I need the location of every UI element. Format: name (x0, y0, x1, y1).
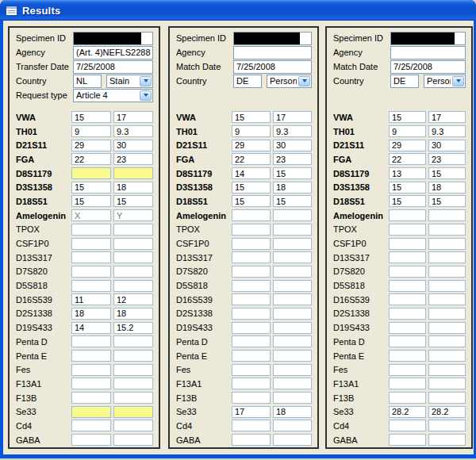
allele-cell-f13b-2[interactable] (113, 392, 153, 404)
allele-cell-fga-2[interactable]: 23 (273, 153, 312, 165)
allele-cell-d3s1358-1[interactable]: 15 (71, 182, 111, 194)
allele-cell-d13s317-2[interactable] (428, 251, 466, 263)
allele-cell-penta-e-2[interactable] (113, 350, 153, 362)
allele-cell-d7s820-1[interactable] (71, 266, 111, 278)
allele-cell-f13a1-1[interactable] (71, 378, 111, 389)
allele-cell-tpox-1[interactable] (71, 224, 111, 236)
allele-cell-d5s818-2[interactable] (428, 280, 466, 292)
allele-cell-d3s1358-1[interactable]: 15 (232, 182, 271, 194)
country-type-dropdown-arrow-button[interactable] (452, 76, 464, 86)
allele-cell-tpox-2[interactable] (428, 224, 466, 236)
allele-cell-gaba-2[interactable] (113, 434, 153, 446)
allele-cell-th01-1[interactable]: 9 (71, 125, 111, 137)
allele-cell-d18s51-2[interactable]: 15 (428, 195, 466, 207)
allele-cell-fes-1[interactable] (389, 364, 426, 376)
specimen-id-input[interactable] (73, 32, 153, 45)
allele-cell-f13a1-2[interactable] (273, 378, 312, 389)
allele-cell-vwa-2[interactable]: 17 (113, 111, 153, 123)
allele-cell-d3s1358-2[interactable]: 18 (113, 182, 153, 194)
allele-cell-d5s818-2[interactable] (273, 280, 312, 292)
allele-cell-f13b-1[interactable] (389, 392, 426, 404)
allele-cell-cd4-2[interactable] (113, 420, 153, 431)
allele-cell-gaba-2[interactable] (428, 434, 466, 446)
allele-cell-vwa-1[interactable]: 15 (232, 111, 271, 123)
allele-cell-th01-1[interactable]: 9 (389, 125, 426, 137)
allele-cell-d16s539-2[interactable] (273, 293, 312, 305)
allele-cell-fes-1[interactable] (232, 364, 271, 376)
allele-cell-d13s317-1[interactable] (232, 251, 271, 263)
allele-cell-penta-d-1[interactable] (232, 335, 271, 347)
allele-cell-amelogenin-1[interactable]: X (71, 209, 111, 221)
allele-cell-gaba-1[interactable] (232, 434, 271, 446)
allele-cell-d2s1338-1[interactable] (232, 308, 271, 320)
request-type-dropdown-arrow-button[interactable] (140, 90, 152, 101)
allele-cell-gaba-1[interactable] (71, 434, 111, 446)
allele-cell-fes-2[interactable] (428, 364, 466, 376)
country-code-input[interactable]: DE (390, 75, 419, 88)
specimen-id-input[interactable] (390, 32, 466, 45)
allele-cell-penta-d-2[interactable] (273, 335, 312, 347)
allele-cell-d19s433-1[interactable] (389, 322, 426, 334)
allele-cell-d5s818-1[interactable] (232, 280, 271, 292)
allele-cell-d19s433-2[interactable]: 15.2 (113, 322, 153, 334)
allele-cell-fga-2[interactable]: 23 (428, 153, 466, 165)
allele-cell-d8s1179-2[interactable] (113, 167, 153, 179)
allele-cell-se33-1[interactable]: 28.2 (389, 406, 426, 418)
allele-cell-fga-1[interactable]: 22 (232, 153, 271, 165)
transfer-date-input[interactable]: 7/25/2008 (73, 60, 153, 74)
allele-cell-f13b-2[interactable] (428, 392, 466, 404)
allele-cell-cd4-1[interactable] (232, 420, 271, 431)
allele-cell-vwa-1[interactable]: 15 (71, 111, 111, 123)
allele-cell-penta-e-1[interactable] (71, 350, 111, 362)
allele-cell-d7s820-1[interactable] (232, 266, 271, 278)
allele-cell-d13s317-1[interactable] (389, 251, 426, 263)
allele-cell-vwa-2[interactable]: 17 (428, 111, 466, 123)
allele-cell-d19s433-1[interactable]: 14 (71, 322, 111, 334)
allele-cell-fes-1[interactable] (71, 364, 111, 376)
allele-cell-fes-2[interactable] (113, 364, 153, 376)
allele-cell-d21s11-2[interactable]: 30 (273, 140, 312, 151)
allele-cell-cd4-2[interactable] (273, 420, 312, 431)
allele-cell-se33-2[interactable]: 18 (273, 406, 312, 418)
allele-cell-amelogenin-1[interactable] (389, 209, 426, 221)
allele-cell-f13a1-1[interactable] (232, 378, 271, 389)
allele-cell-d13s317-2[interactable] (273, 251, 312, 263)
allele-cell-d16s539-1[interactable] (389, 293, 426, 305)
allele-cell-d2s1338-1[interactable]: 18 (71, 308, 111, 320)
allele-cell-d8s1179-1[interactable]: 14 (232, 167, 271, 179)
allele-cell-d21s11-1[interactable]: 29 (71, 140, 111, 151)
allele-cell-f13a1-1[interactable] (389, 378, 426, 389)
agency-input[interactable] (233, 46, 312, 59)
allele-cell-se33-1[interactable] (71, 406, 111, 418)
allele-cell-d16s539-1[interactable]: 11 (71, 293, 111, 305)
allele-cell-tpox-2[interactable] (113, 224, 153, 236)
allele-cell-d21s11-2[interactable]: 30 (113, 140, 153, 151)
match-date-input[interactable]: 7/25/2008 (233, 60, 312, 74)
allele-cell-penta-d-2[interactable] (428, 335, 466, 347)
country-type-dropdown-arrow-button[interactable] (140, 76, 152, 86)
request-type-dropdown[interactable]: Article 4 (73, 89, 153, 102)
allele-cell-d8s1179-1[interactable]: 13 (389, 167, 426, 179)
allele-cell-tpox-2[interactable] (273, 224, 312, 236)
allele-cell-fes-2[interactable] (273, 364, 312, 376)
allele-cell-d2s1338-2[interactable] (428, 308, 466, 320)
allele-cell-d21s11-2[interactable]: 30 (428, 140, 466, 151)
allele-cell-se33-1[interactable]: 17 (232, 406, 271, 418)
allele-cell-gaba-2[interactable] (273, 434, 312, 446)
allele-cell-d18s51-1[interactable]: 15 (71, 195, 111, 207)
allele-cell-f13b-2[interactable] (273, 392, 312, 404)
allele-cell-f13b-1[interactable] (71, 392, 111, 404)
allele-cell-d19s433-2[interactable] (428, 322, 466, 334)
allele-cell-th01-2[interactable]: 9.3 (273, 125, 312, 137)
allele-cell-d13s317-1[interactable] (71, 251, 111, 263)
allele-cell-d18s51-2[interactable]: 15 (273, 195, 312, 207)
allele-cell-penta-e-2[interactable] (428, 350, 466, 362)
country-type-dropdown-arrow-button[interactable] (298, 76, 310, 86)
allele-cell-vwa-1[interactable]: 15 (389, 111, 426, 123)
allele-cell-th01-2[interactable]: 9.3 (428, 125, 466, 137)
allele-cell-f13a1-2[interactable] (428, 378, 466, 389)
country-type-dropdown[interactable]: Stain (106, 75, 153, 88)
allele-cell-tpox-1[interactable] (389, 224, 426, 236)
allele-cell-d16s539-2[interactable] (428, 293, 466, 305)
allele-cell-fga-1[interactable]: 22 (389, 153, 426, 165)
